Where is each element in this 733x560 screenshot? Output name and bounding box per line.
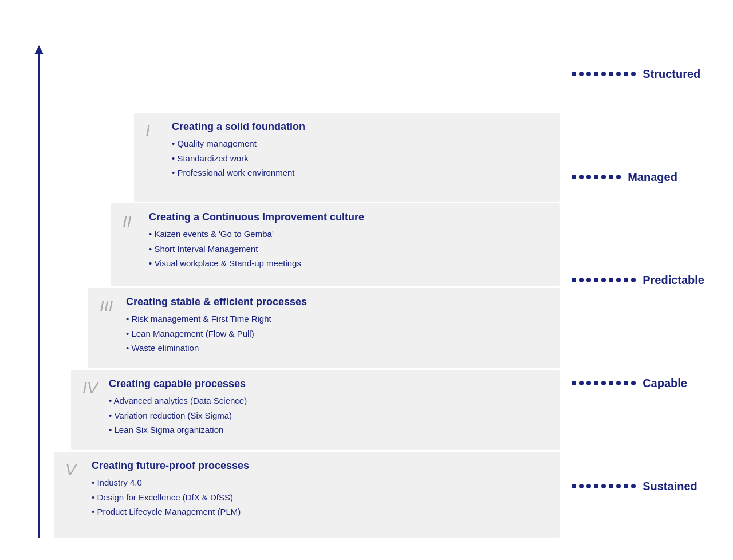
level-item-level4-0: • Advanced analytics (Data Science) xyxy=(109,393,549,408)
level-item-level4-1: • Variation reduction (Six Sigma) xyxy=(109,408,549,423)
label-entry-level1: Structured xyxy=(572,68,704,81)
axis-container xyxy=(29,45,49,538)
pyramid-level-level4: IVCreating capable processes• Advanced a… xyxy=(71,370,560,450)
level-title-level2: Creating a Continuous Improvement cultur… xyxy=(149,211,549,223)
level-item-level3-0: • Risk management & First Time Right xyxy=(126,311,549,326)
label-entry-level2: Managed xyxy=(572,171,704,184)
dot-icon xyxy=(586,72,591,76)
level-title-level4: Creating capable processes xyxy=(109,378,549,390)
pyramid-level-level3: IIICreating stable & efficient processes… xyxy=(88,288,560,368)
dot-icon xyxy=(601,381,606,385)
level-item-level2-1: • Short Interval Management xyxy=(149,242,549,257)
level-content-level4: Creating capable processes• Advanced ana… xyxy=(109,378,549,437)
level-content-level5: Creating future-proof processes• Industr… xyxy=(92,460,549,519)
dot-icon xyxy=(579,484,584,488)
level-numeral-level4: IV xyxy=(82,378,103,397)
pyramid-area: ICreating a solid foundation• Quality ma… xyxy=(54,22,560,538)
dot-icon xyxy=(586,278,591,282)
axis-arrow xyxy=(34,45,44,54)
level-box-level5: VCreating future-proof processes• Indust… xyxy=(54,452,560,538)
dots-level2 xyxy=(572,175,621,179)
level-title-level3: Creating stable & efficient processes xyxy=(126,296,549,308)
level-numeral-level2: II xyxy=(123,211,143,231)
dot-icon xyxy=(609,381,613,385)
dot-icon xyxy=(594,175,598,179)
level-box-level4: IVCreating capable processes• Advanced a… xyxy=(71,370,560,450)
right-label-level4: Capable xyxy=(643,377,687,390)
dot-icon xyxy=(594,484,598,488)
dot-icon xyxy=(624,484,628,488)
level-content-level3: Creating stable & efficient processes• R… xyxy=(126,296,549,356)
dot-icon xyxy=(594,278,598,282)
dot-icon xyxy=(586,381,591,385)
dot-icon xyxy=(586,484,591,488)
main-container: ICreating a solid foundation• Quality ma… xyxy=(29,22,704,538)
dot-icon xyxy=(631,72,636,76)
dot-icon xyxy=(624,72,628,76)
dot-icon xyxy=(579,175,584,179)
content-area: ICreating a solid foundation• Quality ma… xyxy=(54,22,704,538)
dot-icon xyxy=(572,484,576,488)
pyramid-level-level1: ICreating a solid foundation• Quality ma… xyxy=(134,113,560,202)
right-label-level2: Managed xyxy=(628,171,677,184)
dot-icon xyxy=(609,278,613,282)
dot-icon xyxy=(624,381,628,385)
dot-icon xyxy=(624,278,628,282)
dot-icon xyxy=(616,175,621,179)
dot-icon xyxy=(579,381,584,385)
level-content-level1: Creating a solid foundation• Quality man… xyxy=(172,121,549,180)
dot-icon xyxy=(572,381,576,385)
dot-icon xyxy=(609,175,613,179)
right-label-level3: Predictable xyxy=(643,274,704,287)
level-numeral-level1: I xyxy=(145,121,166,140)
pyramid-level-level5: VCreating future-proof processes• Indust… xyxy=(54,452,560,538)
axis-line xyxy=(38,54,40,538)
dot-icon xyxy=(609,484,613,488)
dot-icon xyxy=(616,484,621,488)
dot-icon xyxy=(579,72,584,76)
label-entry-level4: Capable xyxy=(572,377,704,390)
dot-icon xyxy=(572,175,576,179)
level-title-level1: Creating a solid foundation xyxy=(172,121,549,133)
level-item-level5-0: • Industry 4.0 xyxy=(92,475,549,490)
level-item-level5-2: • Product Lifecycle Management (PLM) xyxy=(92,504,549,519)
level-item-level2-2: • Visual workplace & Stand-up meetings xyxy=(149,256,549,271)
level-item-level1-2: • Professional work environment xyxy=(172,165,549,180)
dots-level4 xyxy=(572,381,636,385)
dots-level1 xyxy=(572,72,636,76)
dot-icon xyxy=(572,278,576,282)
pyramid-level-level2: IICreating a Continuous Improvement cult… xyxy=(111,203,560,286)
dot-icon xyxy=(601,72,606,76)
level-title-level5: Creating future-proof processes xyxy=(92,460,549,472)
level-box-level1: ICreating a solid foundation• Quality ma… xyxy=(134,113,560,202)
dot-icon xyxy=(594,381,598,385)
level-item-level3-2: • Waste elimination xyxy=(126,341,549,356)
right-label-level1: Structured xyxy=(643,68,700,81)
level-box-level2: IICreating a Continuous Improvement cult… xyxy=(111,203,560,286)
dot-icon xyxy=(586,175,591,179)
level-item-level4-2: • Lean Six Sigma organization xyxy=(109,423,549,437)
dot-icon xyxy=(616,381,621,385)
labels-area: StructuredManagedPredictableCapableSusta… xyxy=(572,22,704,538)
dot-icon xyxy=(631,278,636,282)
level-item-level1-0: • Quality management xyxy=(172,136,549,151)
level-item-level3-1: • Lean Management (Flow & Pull) xyxy=(126,326,549,341)
dot-icon xyxy=(572,72,576,76)
right-label-level5: Sustained xyxy=(643,480,697,493)
dot-icon xyxy=(601,175,606,179)
dot-icon xyxy=(616,72,621,76)
dot-icon xyxy=(601,484,606,488)
dot-icon xyxy=(616,278,621,282)
level-item-level2-0: • Kaizen events & 'Go to Gemba' xyxy=(149,227,549,242)
dot-icon xyxy=(601,278,606,282)
label-entry-level5: Sustained xyxy=(572,480,704,493)
dots-level5 xyxy=(572,484,636,488)
level-content-level2: Creating a Continuous Improvement cultur… xyxy=(149,211,549,271)
dot-icon xyxy=(579,278,584,282)
dot-icon xyxy=(631,381,636,385)
level-numeral-level3: III xyxy=(100,296,120,316)
label-entry-level3: Predictable xyxy=(572,274,704,287)
level-box-level3: IIICreating stable & efficient processes… xyxy=(88,288,560,368)
dot-icon xyxy=(609,72,613,76)
dot-icon xyxy=(594,72,598,76)
